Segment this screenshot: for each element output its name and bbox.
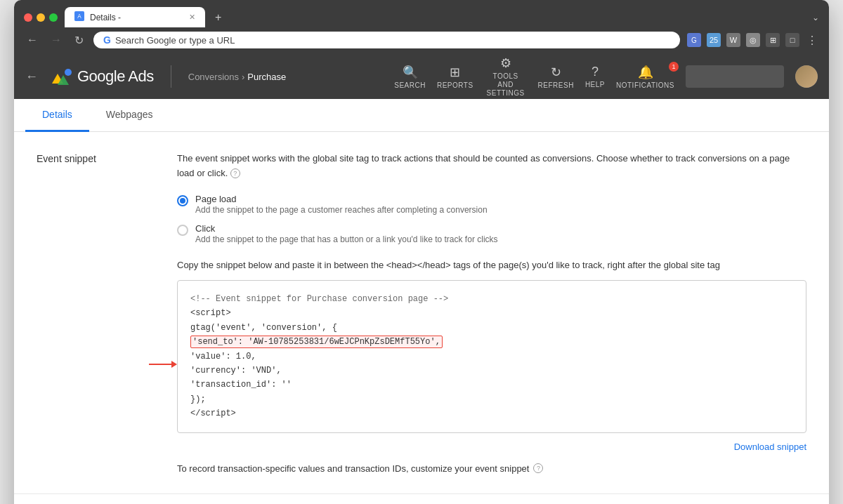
reports-label: REPORTS	[437, 81, 473, 89]
page-content: Event snippet The event snippet works wi…	[14, 132, 829, 504]
tools-label: TOOLS AND SETTINGS	[485, 72, 527, 98]
svg-text:A: A	[77, 13, 81, 20]
code-line-7: 'transaction_id': ''	[190, 378, 793, 392]
traffic-lights	[24, 13, 58, 22]
page-load-option[interactable]: Page load Add the snippet to the page a …	[177, 194, 806, 215]
refresh-label: REFRESH	[538, 81, 574, 89]
more-menu-button[interactable]: ⋮	[805, 33, 819, 47]
tracking-radio-group: Page load Add the snippet to the page a …	[177, 194, 806, 244]
tabs-chevron-icon: ⌄	[812, 13, 819, 22]
notifications-badge: 1	[669, 62, 679, 72]
search-icon: 🔍	[403, 65, 418, 80]
account-search-bar[interactable]	[686, 65, 784, 88]
breadcrumb-current: Purchase	[247, 72, 286, 82]
close-button[interactable]	[24, 13, 32, 22]
download-snippet-row: Download snippet	[177, 442, 806, 452]
extension-icon-5[interactable]: ⊞	[766, 33, 780, 47]
tab-title: Details -	[90, 13, 183, 22]
code-line-5: 'value': 1.0,	[190, 350, 793, 364]
page-load-radio[interactable]	[177, 195, 188, 206]
code-line-8: });	[190, 392, 793, 406]
code-line-9: </script>	[190, 406, 793, 420]
tab-details[interactable]: Details	[25, 99, 89, 132]
address-text: Search Google or type a URL	[115, 35, 235, 46]
minimize-button[interactable]	[37, 13, 45, 22]
address-bar[interactable]: G Search Google or type a URL	[93, 32, 680, 48]
click-option[interactable]: Click Add the snippet to the page that h…	[177, 223, 806, 244]
click-label-group: Click Add the snippet to the page that h…	[195, 223, 498, 244]
browser-addressbar: ← → ↻ G Search Google or type a URL G 25…	[14, 27, 829, 54]
event-snippet-description: The event snippet works with the global …	[177, 152, 806, 181]
reports-nav-action[interactable]: ⊞ REPORTS	[437, 65, 473, 89]
help-icon: ?	[592, 65, 599, 79]
refresh-icon: ↻	[551, 65, 561, 80]
tools-icon: ⚙	[500, 55, 511, 71]
refresh-nav-action[interactable]: ↻ REFRESH	[538, 65, 574, 89]
arrow-pointer	[149, 361, 177, 368]
maximize-button[interactable]	[49, 13, 58, 22]
code-snippet-box: <!-- Event snippet for Purchase conversi…	[177, 280, 806, 433]
user-avatar[interactable]	[795, 65, 818, 88]
event-snippet-row: Event snippet The event snippet works wi…	[14, 132, 829, 494]
tab-close-icon[interactable]: ✕	[189, 13, 195, 22]
ads-back-button[interactable]: ←	[25, 69, 38, 84]
help-label: HELP	[585, 81, 605, 88]
reports-icon: ⊞	[450, 65, 460, 80]
extension-icon-3[interactable]: W	[726, 33, 740, 47]
code-block-wrapper: <!-- Event snippet for Purchase conversi…	[177, 280, 806, 433]
event-snippet-content: The event snippet works with the global …	[177, 152, 806, 474]
extension-icon-4[interactable]: ◎	[746, 33, 760, 47]
google-logo-small: G	[103, 34, 111, 46]
code-highlighted-text: 'send_to': 'AW-10785253831/6wEJCPnKpZsDE…	[190, 336, 443, 348]
enhanced-conversions-row[interactable]: Enhanced conversions Improve the accurac…	[14, 494, 829, 504]
code-line-2: <script>	[190, 306, 793, 320]
code-line-highlighted: 'send_to': 'AW-10785253831/6wEJCPnKpZsDE…	[190, 335, 793, 349]
page-tabs: Details Webpages	[14, 99, 829, 132]
browser-actions: G 25 W ◎ ⊞ □ ⋮	[687, 33, 819, 47]
notifications-nav-action[interactable]: 🔔 1 NOTIFICATIONS	[616, 65, 674, 89]
browser-titlebar: A Details - ✕ + ⌄	[14, 0, 829, 27]
ads-divider	[171, 65, 171, 88]
code-line-1: <!-- Event snippet for Purchase conversi…	[190, 292, 793, 306]
help-nav-action[interactable]: ? HELP	[585, 65, 605, 88]
notifications-label: NOTIFICATIONS	[616, 81, 674, 89]
ads-topnav: ← Google Ads Conversions › Purchase 🔍 SE…	[14, 54, 829, 99]
google-ads-logo-icon	[49, 65, 72, 88]
forward-nav-button[interactable]: →	[48, 32, 65, 48]
download-snippet-link[interactable]: Download snippet	[734, 442, 806, 452]
new-tab-button[interactable]: +	[215, 11, 221, 24]
breadcrumb-parent[interactable]: Conversions	[188, 72, 239, 82]
ads-logo-text: Google Ads	[77, 67, 154, 86]
search-nav-action[interactable]: 🔍 SEARCH	[394, 65, 426, 89]
code-line-3: gtag('event', 'conversion', {	[190, 321, 793, 335]
reload-button[interactable]: ↻	[72, 32, 86, 48]
page-load-label-group: Page load Add the snippet to the page a …	[195, 194, 488, 215]
tools-nav-action[interactable]: ⚙ TOOLS AND SETTINGS	[485, 55, 527, 98]
breadcrumb-separator: ›	[242, 72, 244, 82]
notifications-icon: 🔔	[638, 65, 653, 80]
description-help-icon[interactable]: ?	[230, 168, 240, 178]
ads-logo: Google Ads	[49, 65, 154, 88]
extension-icon-1[interactable]: G	[687, 33, 701, 47]
copy-instruction-text: Copy the snippet below and paste it in b…	[177, 258, 806, 272]
ads-nav-actions: 🔍 SEARCH ⊞ REPORTS ⚙ TOOLS AND SETTINGS …	[394, 55, 818, 98]
browser-tab[interactable]: A Details - ✕	[65, 7, 205, 27]
transaction-note: To record transaction-specific values an…	[177, 463, 806, 474]
transaction-help-icon[interactable]: ?	[533, 463, 543, 473]
tab-webpages[interactable]: Webpages	[89, 99, 170, 132]
event-snippet-section: Event snippet The event snippet works wi…	[14, 132, 829, 494]
search-label: SEARCH	[394, 81, 426, 89]
extension-icon-6[interactable]: □	[785, 33, 799, 47]
browser-window: A Details - ✕ + ⌄ ← → ↻ G Search Google …	[14, 0, 829, 504]
code-line-6: 'currency': 'VND',	[190, 364, 793, 378]
click-radio[interactable]	[177, 225, 188, 236]
ads-breadcrumb: Conversions › Purchase	[188, 72, 287, 82]
svg-point-4	[65, 69, 72, 76]
extension-icon-2[interactable]: 25	[707, 33, 721, 47]
event-snippet-label: Event snippet	[37, 152, 177, 164]
tab-favicon: A	[74, 11, 84, 23]
back-nav-button[interactable]: ←	[24, 32, 41, 48]
